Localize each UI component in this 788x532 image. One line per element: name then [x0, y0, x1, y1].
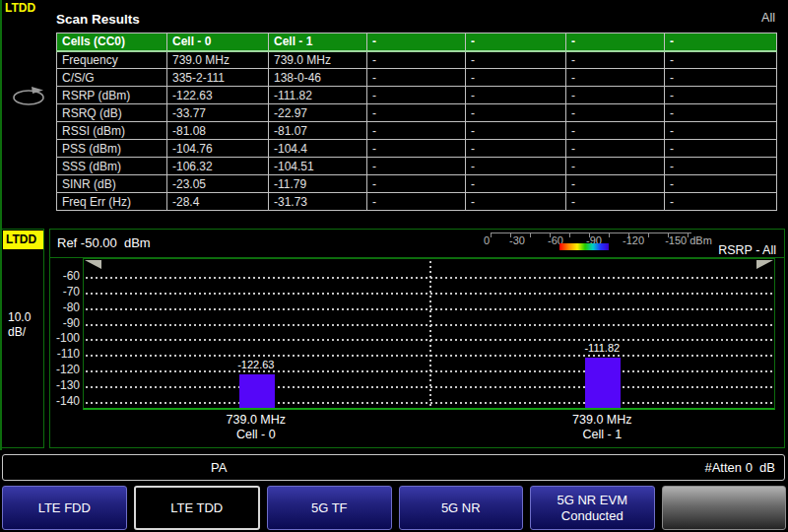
- analyzer-screen: LTDD Scan Results All Cells (CC0)Cell - …: [0, 0, 788, 532]
- value-cell: -: [665, 193, 777, 211]
- value-cell: -: [367, 193, 466, 211]
- value-cell: -: [665, 104, 777, 122]
- value-cell: -: [367, 69, 466, 87]
- bar-value-label: -111.82: [584, 342, 620, 354]
- bar-value-label: -122.63: [237, 359, 274, 370]
- value-cell: -: [665, 69, 777, 87]
- table-row: C/S/G335-2-111138-0-46----: [57, 69, 777, 87]
- value-cell: -: [367, 175, 466, 193]
- table-header-cell: -: [466, 33, 566, 51]
- softkey-lte-tdd[interactable]: LTE TDD: [134, 486, 261, 530]
- value-cell: -: [665, 51, 777, 69]
- value-cell: -: [466, 104, 566, 122]
- softkey-5g-tf[interactable]: 5G TF: [267, 486, 392, 530]
- value-cell: -22.97: [269, 104, 367, 122]
- rsrp-bar: [585, 358, 621, 408]
- table-row: PSS (dBm)-104.76-104.4----: [57, 140, 777, 158]
- horizontal-gridline: [86, 308, 772, 310]
- value-cell: -: [665, 175, 777, 193]
- center-divider-gridline: [429, 261, 431, 406]
- softkey-5g-nr-evm-conducted[interactable]: 5G NR EVM Conducted: [530, 486, 655, 530]
- value-cell: 138-0-46: [269, 69, 367, 87]
- value-cell: -23.05: [167, 175, 269, 193]
- y-axis-tick-label: -120: [50, 363, 80, 376]
- scale-per-division-label: 10.0 dB/: [8, 310, 31, 340]
- value-cell: -: [566, 104, 665, 122]
- cell-filter-indicator: All: [761, 11, 775, 25]
- scale-unit: dB/: [8, 325, 26, 339]
- value-cell: -: [566, 158, 665, 175]
- value-cell: -: [466, 87, 566, 104]
- y-axis-tick-label: -100: [50, 331, 80, 345]
- scan-results-table: Cells (CC0)Cell - 0Cell - 1---- Frequenc…: [56, 33, 777, 211]
- value-cell: -: [665, 158, 777, 175]
- value-cell: -: [367, 51, 466, 69]
- page-title: Scan Results: [56, 12, 140, 27]
- softkey-5g-nr[interactable]: 5G NR: [399, 486, 524, 530]
- chart-header: Ref -50.00 dBm 0-30-60-90-120-150 dBm RS…: [50, 230, 784, 258]
- value-cell: -104.76: [167, 140, 269, 158]
- y-axis-tick-label: -90: [50, 316, 80, 330]
- table-header-cell: Cells (CC0): [57, 33, 167, 51]
- value-cell: -: [566, 87, 665, 104]
- table-header-cell: Cell - 0: [167, 33, 269, 51]
- value-cell: -: [367, 158, 466, 175]
- row-label-cell: Freq Err (Hz): [57, 193, 167, 211]
- color-scale-tick-label: -120: [623, 234, 644, 246]
- color-scale-tick-label: -30: [509, 234, 525, 246]
- row-label-cell: PSS (dBm): [57, 140, 167, 158]
- row-label-cell: RSRP (dBm): [57, 87, 167, 104]
- table-header-row: Cells (CC0)Cell - 0Cell - 1----: [57, 33, 777, 51]
- color-scale-tick-label: 0: [484, 234, 490, 246]
- value-cell: -: [466, 193, 566, 211]
- x-axis-category-label: 739.0 MHz Cell - 1: [572, 413, 631, 442]
- value-cell: -33.77: [167, 104, 269, 122]
- value-cell: -: [466, 51, 566, 69]
- value-cell: -: [665, 87, 777, 104]
- continuous-sweep-icon: [9, 83, 48, 108]
- value-cell: -81.08: [167, 122, 269, 140]
- y-axis-tick-label: -60: [50, 269, 80, 283]
- y-axis-tick-label: -130: [50, 378, 80, 392]
- softkey-empty[interactable]: [662, 486, 787, 530]
- color-scale-bar: [559, 243, 609, 250]
- scale-value: 10.0: [8, 310, 31, 324]
- value-cell: 335-2-111: [167, 69, 269, 87]
- softkey-lte-fdd[interactable]: LTE FDD: [2, 486, 127, 530]
- row-label-cell: SINR (dB): [57, 175, 167, 193]
- value-cell: -: [466, 140, 566, 158]
- row-label-cell: SSS (dBm): [57, 158, 167, 175]
- scan-results-table-head: Cells (CC0)Cell - 0Cell - 1----: [57, 33, 777, 51]
- value-cell: -: [566, 140, 665, 158]
- attenuation-indicator: #Atten 0 dB: [704, 460, 775, 475]
- value-cell: -: [367, 87, 466, 104]
- plot-grid: [83, 258, 775, 410]
- value-cell: -: [466, 175, 566, 193]
- table-row: Freq Err (Hz)-28.4-31.73----: [57, 193, 777, 211]
- y-axis-tick-label: -80: [50, 300, 80, 314]
- table-header-cell: Cell - 1: [269, 33, 367, 51]
- scan-results-table-body: Frequency739.0 MHz739.0 MHz----C/S/G335-…: [57, 51, 777, 211]
- value-cell: -31.73: [269, 193, 367, 211]
- trace-area: -60-70-80-90-100-110-120-130-140-122.637…: [50, 258, 784, 449]
- y-axis-tick-label: -110: [50, 347, 80, 361]
- horizontal-gridline: [86, 277, 772, 279]
- color-scale-tick-label: -150 dBm: [665, 234, 712, 246]
- trace-label: RSRP - All: [718, 243, 776, 257]
- horizontal-gridline: [86, 386, 772, 388]
- row-label-cell: Frequency: [57, 51, 167, 69]
- horizontal-gridline: [86, 293, 772, 295]
- rsrp-bar: [239, 374, 275, 408]
- value-cell: -111.82: [269, 87, 367, 104]
- value-cell: -: [466, 158, 566, 175]
- value-cell: -28.4: [167, 193, 269, 211]
- row-label-cell: C/S/G: [57, 69, 167, 87]
- horizontal-gridline: [86, 355, 772, 357]
- trace-window: Ref -50.00 dBm 0-30-60-90-120-150 dBm RS…: [49, 229, 785, 448]
- trace-corner-marker-right-icon: [756, 260, 773, 269]
- table-header-cell: -: [367, 33, 466, 51]
- value-cell: -: [566, 69, 665, 87]
- status-pa-indicator: PA: [211, 460, 227, 475]
- table-row: RSRQ (dB)-33.77-22.97----: [57, 104, 777, 122]
- status-bar: PA #Atten 0 dB: [2, 454, 785, 481]
